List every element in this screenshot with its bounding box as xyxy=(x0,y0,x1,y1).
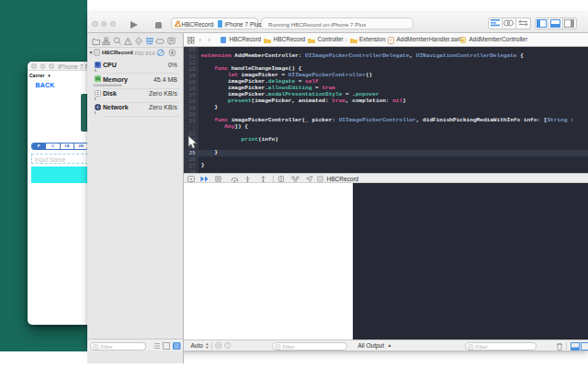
svg-text:i: i xyxy=(227,342,228,348)
